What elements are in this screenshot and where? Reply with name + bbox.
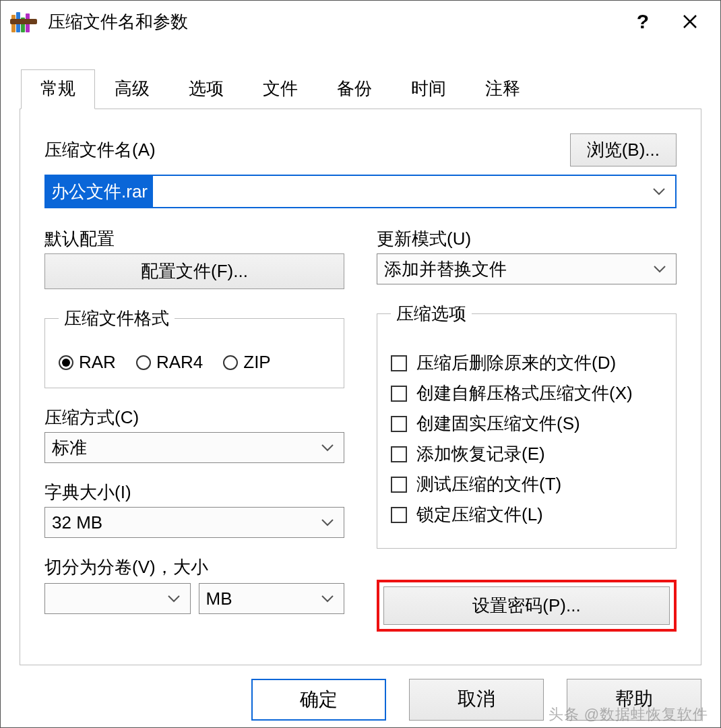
compression-method-value: 标准 <box>45 436 311 460</box>
set-password-button[interactable]: 设置密码(P)... <box>383 586 670 625</box>
checkbox-recovery[interactable]: 添加恢复记录(E) <box>391 442 662 466</box>
dialog-footer: 确定 取消 帮助 <box>1 665 720 727</box>
archive-format-group: 压缩文件格式 RAR RAR4 <box>44 307 344 388</box>
dictionary-size-select[interactable]: 32 MB <box>44 507 344 538</box>
split-unit-value: MB <box>199 588 312 609</box>
chevron-down-icon <box>311 594 344 603</box>
chevron-down-icon <box>311 518 344 527</box>
tab-files[interactable]: 文件 <box>243 69 317 109</box>
update-mode-value: 添加并替换文件 <box>377 257 644 281</box>
chevron-down-icon <box>311 443 344 452</box>
checkbox-delete-after[interactable]: 压缩后删除原来的文件(D) <box>391 351 662 375</box>
tab-backup[interactable]: 备份 <box>317 69 391 109</box>
checkbox-icon <box>391 507 407 523</box>
dialog-window: 压缩文件名和参数 ? 常规 高级 选项 文件 备份 时间 注释 压缩文件名(A)… <box>0 0 721 728</box>
tab-bar: 常规 高级 选项 文件 备份 时间 注释 <box>21 69 720 109</box>
titlebar: 压缩文件名和参数 ? <box>1 1 720 42</box>
radio-rar4[interactable]: RAR4 <box>136 352 203 373</box>
ok-button[interactable]: 确定 <box>251 679 386 721</box>
cancel-button[interactable]: 取消 <box>409 679 544 721</box>
filename-label: 压缩文件名(A) <box>44 138 156 162</box>
help-button[interactable]: ? <box>619 5 666 38</box>
archiving-options-legend: 压缩选项 <box>391 302 472 326</box>
checkbox-solid-label: 创建固实压缩文件(S) <box>416 412 580 435</box>
archive-name-value: 办公文件.rar <box>46 176 153 207</box>
checkbox-icon <box>391 477 407 493</box>
archiving-options-group: 压缩选项 压缩后删除原来的文件(D) 创建自解压格式压缩文件(X) 创建固实压缩… <box>377 302 677 549</box>
set-password-highlight: 设置密码(P)... <box>377 580 677 632</box>
checkbox-icon <box>391 355 407 371</box>
compression-method-label: 压缩方式(C) <box>44 406 344 429</box>
chevron-down-icon <box>158 594 190 603</box>
compression-method-select[interactable]: 标准 <box>44 432 344 463</box>
tab-time[interactable]: 时间 <box>391 69 466 109</box>
tab-general[interactable]: 常规 <box>21 69 95 109</box>
radio-dot-icon <box>223 355 238 370</box>
checkbox-recovery-label: 添加恢复记录(E) <box>416 442 545 466</box>
browse-button[interactable]: 浏览(B)... <box>570 133 677 166</box>
radio-zip[interactable]: ZIP <box>223 352 270 373</box>
question-icon: ? <box>637 10 649 33</box>
split-volumes-label: 切分为分卷(V)，大小 <box>44 555 344 579</box>
profiles-button[interactable]: 配置文件(F)... <box>44 253 344 289</box>
radio-dot-selected-icon <box>59 355 73 370</box>
dictionary-size-label: 字典大小(I) <box>44 481 344 504</box>
checkbox-test-label: 测试压缩的文件(T) <box>416 473 561 496</box>
checkbox-lock-label: 锁定压缩文件(L) <box>416 503 543 526</box>
checkbox-lock[interactable]: 锁定压缩文件(L) <box>391 503 662 526</box>
tab-options[interactable]: 选项 <box>169 69 243 109</box>
radio-rar-label: RAR <box>79 352 116 373</box>
archive-name-combobox[interactable]: 办公文件.rar <box>44 175 677 208</box>
update-mode-select[interactable]: 添加并替换文件 <box>377 253 677 284</box>
update-mode-label: 更新模式(U) <box>377 227 677 251</box>
close-icon <box>683 14 697 29</box>
default-profile-label: 默认配置 <box>44 227 344 251</box>
tab-comment[interactable]: 注释 <box>466 69 540 109</box>
winrar-icon <box>11 9 36 34</box>
checkbox-icon <box>391 386 407 402</box>
radio-rar[interactable]: RAR <box>59 352 116 373</box>
close-button[interactable] <box>666 5 714 38</box>
dictionary-size-value: 32 MB <box>45 512 311 533</box>
help-button-footer[interactable]: 帮助 <box>567 679 701 721</box>
split-unit-select[interactable]: MB <box>199 583 345 614</box>
radio-rar4-label: RAR4 <box>156 352 203 373</box>
checkbox-sfx-label: 创建自解压格式压缩文件(X) <box>416 382 633 405</box>
chevron-down-icon[interactable] <box>643 187 675 196</box>
split-size-combobox[interactable] <box>44 583 191 614</box>
tab-advanced[interactable]: 高级 <box>95 69 169 109</box>
checkbox-sfx[interactable]: 创建自解压格式压缩文件(X) <box>391 382 662 405</box>
radio-zip-label: ZIP <box>243 352 270 373</box>
checkbox-icon <box>391 416 407 432</box>
archive-format-legend: 压缩文件格式 <box>59 307 175 330</box>
checkbox-test[interactable]: 测试压缩的文件(T) <box>391 473 662 496</box>
checkbox-delete-after-label: 压缩后删除原来的文件(D) <box>416 351 616 375</box>
chevron-down-icon <box>644 264 676 274</box>
window-title: 压缩文件名和参数 <box>48 10 188 34</box>
checkbox-solid[interactable]: 创建固实压缩文件(S) <box>391 412 662 435</box>
radio-dot-icon <box>136 355 151 370</box>
checkbox-icon <box>391 446 407 462</box>
tab-content-general: 压缩文件名(A) 浏览(B)... 办公文件.rar 默认配置 配置文件(F).… <box>20 109 701 665</box>
